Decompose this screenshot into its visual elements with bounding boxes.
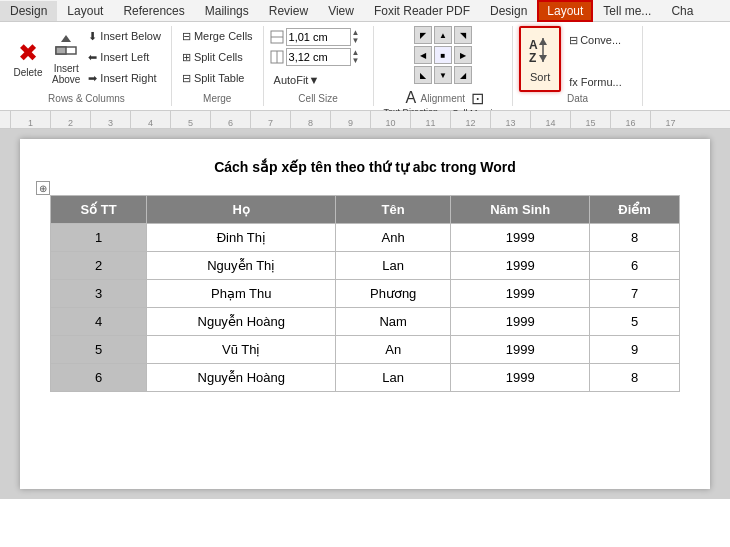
align-tr-button[interactable]: ◥	[454, 26, 472, 44]
table-move-handle[interactable]: ⊕	[36, 181, 50, 195]
table-row: 4Nguyễn HoàngNam19995	[51, 308, 680, 336]
cell-height-input[interactable]	[286, 28, 351, 46]
insert-below-button[interactable]: ⬇ Insert Below	[84, 26, 165, 46]
cell-diem[interactable]: 8	[590, 364, 680, 392]
cell-ho[interactable]: Nguyễn Hoàng	[147, 364, 336, 392]
svg-marker-11	[539, 55, 547, 62]
header-ho: Họ	[147, 196, 336, 224]
cell-nam_sinh[interactable]: 1999	[451, 364, 590, 392]
align-tl-button[interactable]: ◤	[414, 26, 432, 44]
align-mr-button[interactable]: ▶	[454, 46, 472, 64]
merge-label: Merge	[172, 93, 263, 104]
cell-stt[interactable]: 4	[51, 308, 147, 336]
cell-stt[interactable]: 6	[51, 364, 147, 392]
cell-nam_sinh[interactable]: 1999	[451, 252, 590, 280]
formula-label: fx Formu...	[569, 76, 622, 88]
cell-ten[interactable]: Lan	[336, 364, 451, 392]
cell-ho[interactable]: Phạm Thu	[147, 280, 336, 308]
cell-nam_sinh[interactable]: 1999	[451, 336, 590, 364]
insert-above-label: InsertAbove	[52, 63, 80, 85]
align-bl-button[interactable]: ◣	[414, 66, 432, 84]
formula-button[interactable]: fx Formu...	[565, 72, 626, 92]
ruler-mark: 8	[290, 111, 330, 128]
menu-design[interactable]: Design	[0, 1, 57, 21]
menu-review[interactable]: Review	[259, 1, 318, 21]
svg-text:A: A	[529, 38, 538, 52]
cell-size-group: ▲ ▼ ▲ ▼ AutoFit ▼ Cell Size	[264, 26, 374, 106]
cell-ho[interactable]: Nguyễn Hoàng	[147, 308, 336, 336]
ruler-mark: 1	[10, 111, 50, 128]
insert-left-button[interactable]: ⬅ Insert Left	[84, 47, 165, 67]
split-table-button[interactable]: ⊟ Split Table	[178, 68, 257, 88]
cell-ho[interactable]: Đinh Thị	[147, 224, 336, 252]
insert-above-icon	[54, 33, 78, 61]
ribbon: ✖ Delete InsertAbove	[0, 22, 730, 111]
ruler-mark: 17	[650, 111, 690, 128]
align-tc-button[interactable]: ▲	[434, 26, 452, 44]
menu-references[interactable]: References	[113, 1, 194, 21]
delete-icon: ✖	[18, 41, 38, 65]
cell-ten[interactable]: Phương	[336, 280, 451, 308]
cell-stt[interactable]: 5	[51, 336, 147, 364]
menu-design2[interactable]: Design	[480, 1, 537, 21]
cell-diem[interactable]: 6	[590, 252, 680, 280]
header-stt: Số TT	[51, 196, 147, 224]
cell-width-input[interactable]	[286, 48, 351, 66]
convert-icon: ⊟	[569, 34, 578, 47]
cell-ho[interactable]: Vũ Thị	[147, 336, 336, 364]
document-area: Cách sắp xếp tên theo thứ tự abc trong W…	[0, 129, 730, 499]
cell-stt[interactable]: 2	[51, 252, 147, 280]
cell-nam_sinh[interactable]: 1999	[451, 280, 590, 308]
autofit-button[interactable]: AutoFit ▼	[270, 70, 324, 90]
cell-width-down[interactable]: ▼	[352, 57, 360, 65]
cell-diem[interactable]: 5	[590, 308, 680, 336]
svg-marker-2	[61, 35, 71, 42]
cell-height-row: ▲ ▼	[270, 28, 360, 46]
cell-height-down[interactable]: ▼	[352, 37, 360, 45]
cell-diem[interactable]: 7	[590, 280, 680, 308]
cell-ten[interactable]: Anh	[336, 224, 451, 252]
cell-nam_sinh[interactable]: 1999	[451, 224, 590, 252]
menu-layout[interactable]: Layout	[57, 1, 113, 21]
split-cells-label: Split Cells	[194, 51, 243, 63]
merge-cells-label: Merge Cells	[194, 30, 253, 42]
cell-diem[interactable]: 9	[590, 336, 680, 364]
menu-cha[interactable]: Cha	[661, 1, 703, 21]
insert-right-button[interactable]: ➡ Insert Right	[84, 68, 165, 88]
align-ml-button[interactable]: ◀	[414, 46, 432, 64]
align-mc-button[interactable]: ■	[434, 46, 452, 64]
table-row: 1Đinh ThịAnh19998	[51, 224, 680, 252]
sort-button[interactable]: A Z Sort	[519, 26, 561, 92]
split-cells-icon: ⊞	[182, 51, 191, 64]
rows-columns-group: ✖ Delete InsertAbove	[2, 26, 172, 106]
align-bc-button[interactable]: ▼	[434, 66, 452, 84]
menu-tellme[interactable]: Tell me...	[593, 1, 661, 21]
delete-button[interactable]: ✖ Delete	[8, 26, 48, 92]
split-cells-button[interactable]: ⊞ Split Cells	[178, 47, 257, 67]
ruler-mark: 4	[130, 111, 170, 128]
merge-cells-button[interactable]: ⊟ Merge Cells	[178, 26, 257, 46]
convert-button[interactable]: ⊟ Conve...	[565, 30, 626, 50]
align-br-button[interactable]: ◢	[454, 66, 472, 84]
ruler-mark: 15	[570, 111, 610, 128]
cell-stt[interactable]: 1	[51, 224, 147, 252]
menu-foxit[interactable]: Foxit Reader PDF	[364, 1, 480, 21]
ruler-mark: 7	[250, 111, 290, 128]
cell-size-label: Cell Size	[264, 93, 373, 104]
menu-view[interactable]: View	[318, 1, 364, 21]
cell-ho[interactable]: Nguyễn Thị	[147, 252, 336, 280]
merge-cells-icon: ⊟	[182, 30, 191, 43]
cell-stt[interactable]: 3	[51, 280, 147, 308]
cell-nam_sinh[interactable]: 1999	[451, 308, 590, 336]
menu-mailings[interactable]: Mailings	[195, 1, 259, 21]
cell-ten[interactable]: Lan	[336, 252, 451, 280]
menu-layout2[interactable]: Layout	[537, 0, 593, 22]
insert-left-icon: ⬅	[88, 51, 97, 64]
ruler-mark: 6	[210, 111, 250, 128]
cell-ten[interactable]: An	[336, 336, 451, 364]
ruler-mark: 5	[170, 111, 210, 128]
cell-ten[interactable]: Nam	[336, 308, 451, 336]
insert-buttons-col: ⬇ Insert Below ⬅ Insert Left ➡ Insert Ri…	[84, 26, 165, 88]
insert-above-button[interactable]: InsertAbove	[48, 26, 84, 92]
cell-diem[interactable]: 8	[590, 224, 680, 252]
